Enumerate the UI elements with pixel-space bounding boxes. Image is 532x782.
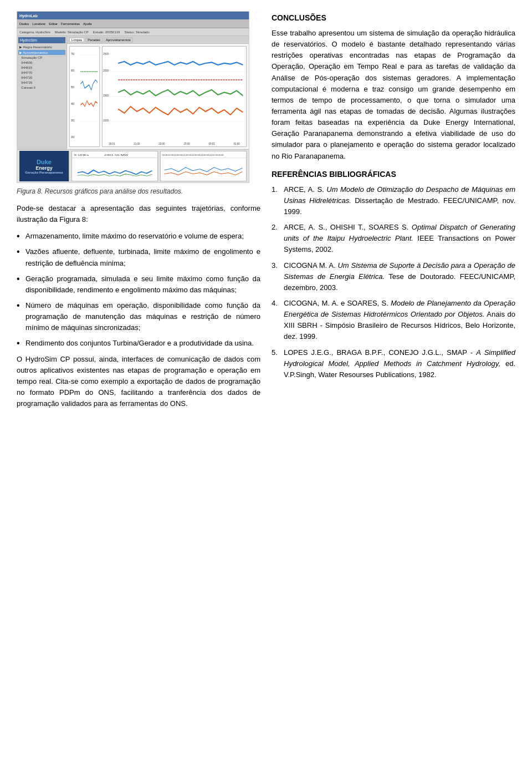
figure-8-image: HydroLab Dados Localizar Editar Ferramen…: [17, 11, 249, 183]
svg-text:01:00: 01:00: [233, 141, 239, 145]
sidebar-item-7[interactable]: 944720: [18, 75, 65, 80]
svg-text:2500: 2500: [103, 52, 109, 55]
svg-text:21:00: 21:00: [134, 141, 140, 145]
bullet-text-4: Número de máquinas em operação, disponib…: [25, 300, 260, 333]
svg-text:8 UHEs: 8 UHEs: [74, 154, 89, 156]
ref-text-5: LOPES J.E.G., BRAGA B.P.F., CONEJO J.G.L…: [284, 347, 515, 380]
svg-text:00:20:51 00:21:00 00:21:20 00:: 00:20:51 00:21:00 00:21:20 00:22:00 00:2…: [162, 154, 224, 156]
svg-text:300: 300: [71, 118, 75, 122]
chart-storage: 700 600 500 400 300 200: [69, 46, 100, 147]
geracao-text: Geração Paranapanema: [25, 171, 63, 174]
menu-localizar[interactable]: Localizar: [32, 22, 45, 26]
conclusions-title: CONCLUSÕES: [272, 13, 515, 22]
figure-titlebar-text: HydroLab: [19, 14, 38, 18]
energy-text: Energy: [35, 165, 53, 171]
figure-info-bar: Categoria: HydroSim Modelo: Simulação CP…: [17, 28, 249, 36]
sidebar-item-3[interactable]: Simulação CP: [18, 55, 65, 60]
bullet-dot-4: •: [17, 301, 25, 310]
reference-1: 1. ARCE, A. S. Um Modelo de Otimização d…: [272, 184, 515, 217]
chart-main-svg: 20:01 21:00 22:00 23:00 00:01 01:00 2500…: [103, 47, 246, 146]
menu-editar[interactable]: Editar: [49, 22, 58, 26]
figure-main-area: Limpas Paradas Aproveitamentos 700 600: [67, 36, 249, 149]
ref-text-2: ARCE, A. S., OHISHI T., SOARES S. Optima…: [284, 222, 515, 255]
sidebar-item-9[interactable]: Canoas II: [18, 85, 65, 90]
svg-text:20:01: 20:01: [109, 141, 115, 145]
figure-menubar: Dados Localizar Editar Ferramentas Ajuda: [17, 19, 249, 28]
bottom-panel-1: 8 UHEs 2301.56 MW: [71, 151, 158, 181]
tab-paradas[interactable]: Paradas: [85, 38, 102, 42]
svg-text:600: 600: [71, 68, 75, 72]
info-estudo: Estudo: 20050119: [93, 31, 120, 34]
sidebar-item-6[interactable]: 944770: [18, 70, 65, 75]
conclusion-paragraph: Esse trabalho apresentou um sistema de s…: [272, 28, 515, 162]
bullet-item-4: • Número de máquinas em operação, dispon…: [17, 300, 260, 333]
chart-main: 20:01 21:00 22:00 23:00 00:01 01:00 2500…: [102, 46, 247, 147]
left-body-text: Pode-se destacar a apresentação das segu…: [17, 203, 260, 409]
figure-chart-area: 700 600 500 400 300 200: [67, 44, 249, 149]
paragraph-1: O HydroSim CP possui, ainda, interfaces …: [17, 354, 260, 410]
bullet-dot-1: •: [17, 232, 25, 241]
sidebar-item-5[interactable]: 944615: [18, 65, 65, 70]
ref-text-1: ARCE, A. S. Um Modelo de Otimização do D…: [284, 184, 515, 217]
figure-titlebar: HydroLab: [17, 12, 249, 19]
svg-text:2301.56 MW: 2301.56 MW: [104, 154, 129, 156]
svg-text:700: 700: [71, 52, 75, 55]
ref-num-3: 3.: [272, 260, 284, 271]
ref-text-4: CICOGNA, M. A. e SOARES, S. Modelo de Pl…: [284, 298, 515, 343]
svg-rect-0: [70, 47, 99, 146]
ref-num-1: 1.: [272, 184, 284, 195]
menu-dados[interactable]: Dados: [19, 22, 29, 26]
svg-text:1000: 1000: [103, 118, 109, 122]
info-status: Status: Simulado: [124, 31, 149, 34]
bottom-panel-2: 00:20:51 00:21:00 00:21:20 00:22:00 00:2…: [160, 151, 247, 181]
tab-aproveitamentos[interactable]: Aproveitamentos: [104, 38, 133, 42]
info-modelo: Modelo: Simulação CP: [55, 31, 89, 34]
references-title: REFERÊNCIAS BIBLIOGRÁFICAS: [272, 170, 515, 179]
tab-limpas[interactable]: Limpas: [69, 38, 84, 42]
duke-text: Duke: [37, 159, 52, 165]
conclusions-section: CONCLUSÕES Esse trabalho apresentou um s…: [272, 13, 515, 162]
svg-text:00:01: 00:01: [208, 141, 214, 145]
bullet-item-5: • Rendimento dos conjuntos Turbina/Gerad…: [17, 338, 260, 349]
reference-3: 3. CICOGNA M. A. Um Sistema de Suporte à…: [272, 260, 515, 293]
references-section: REFERÊNCIAS BIBLIOGRÁFICAS 1. ARCE, A. S…: [272, 170, 515, 380]
figure-bottom: Duke Energy Geração Paranapanema 8 UHEs …: [17, 149, 249, 182]
svg-text:2000: 2000: [103, 68, 109, 72]
ref-num-2: 2.: [272, 222, 284, 233]
left-column: HydroLab Dados Localizar Editar Ferramen…: [17, 11, 260, 415]
svg-text:1500: 1500: [103, 93, 109, 97]
chart-storage-svg: 700 600 500 400 300 200: [70, 47, 99, 146]
menu-ferramentas[interactable]: Ferramentas: [61, 22, 80, 26]
duke-energy-logo: Duke Energy Geração Paranapanema: [19, 151, 69, 181]
ref-num-5: 5.: [272, 347, 284, 358]
bullet-item-1: • Armazenamento, limite máximo do reserv…: [17, 231, 260, 242]
svg-text:200: 200: [71, 135, 75, 139]
reference-2: 2. ARCE, A. S., OHISHI T., SOARES S. Opt…: [272, 222, 515, 255]
sidebar-item-8[interactable]: 944729: [18, 80, 65, 85]
menu-ajuda[interactable]: Ajuda: [83, 22, 91, 26]
bottom-chart-2-svg: 00:20:51 00:21:00 00:21:20 00:22:00 00:2…: [161, 151, 246, 181]
ref-num-4: 4.: [272, 298, 284, 309]
bullet-item-3: • Geração programada, simulada e seu lim…: [17, 273, 260, 296]
right-column: CONCLUSÕES Esse trabalho apresentou um s…: [272, 11, 515, 415]
figure-sidebar-header: HydroSim: [18, 37, 65, 43]
bullet-text-3: Geração programada, simulada e seu limit…: [25, 273, 260, 296]
intro-paragraph: Pode-se destacar a apresentação das segu…: [17, 203, 260, 225]
figure-inner: HydroSim ▶ Regra Reservatório ▶ Aproveit…: [17, 36, 249, 149]
svg-text:400: 400: [71, 101, 75, 105]
sidebar-item-2[interactable]: ▶ Aproveitamentos: [18, 50, 65, 55]
reference-4: 4. CICOGNA, M. A. e SOARES, S. Modelo de…: [272, 298, 515, 343]
sidebar-item-1[interactable]: ▶ Regra Reservatório: [18, 44, 65, 50]
figure-sidebar: HydroSim ▶ Regra Reservatório ▶ Aproveit…: [17, 36, 67, 149]
bottom-chart-1-svg: 8 UHEs 2301.56 MW: [72, 151, 157, 181]
ref-text-3: CICOGNA M. A. Um Sistema de Suporte à De…: [284, 260, 515, 293]
bullet-text-5: Rendimento dos conjuntos Turbina/Gerador…: [25, 338, 260, 349]
bullet-item-2: • Vazões afluente, defluente, turbinada,…: [17, 246, 260, 268]
svg-text:22:00: 22:00: [158, 141, 165, 145]
sidebar-item-4[interactable]: 944600: [18, 60, 65, 65]
bullet-dot-5: •: [17, 339, 25, 348]
reference-5: 5. LOPES J.E.G., BRAGA B.P.F., CONEJO J.…: [272, 347, 515, 380]
bullet-text-2: Vazões afluente, defluente, turbinada, l…: [25, 246, 260, 268]
bullet-text-1: Armazenamento, limite máximo do reservat…: [25, 231, 260, 242]
info-categoria: Categoria: HydroSim: [19, 31, 50, 34]
